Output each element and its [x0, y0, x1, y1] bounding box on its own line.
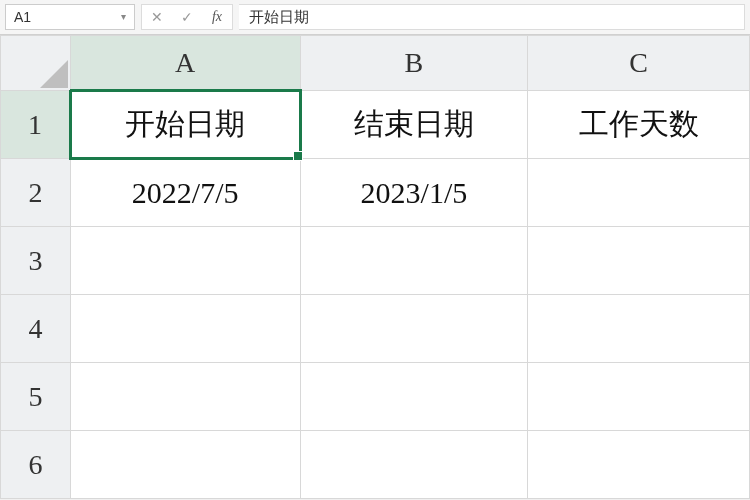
cell-B1[interactable]: 结束日期 — [300, 91, 528, 159]
cancel-button[interactable]: ✕ — [142, 5, 172, 29]
cell-content — [528, 363, 749, 430]
cell-content — [528, 431, 749, 498]
cell-content — [528, 159, 749, 226]
chevron-down-icon: ▾ — [121, 5, 126, 29]
cell-A5[interactable] — [70, 363, 300, 431]
cell-content — [301, 431, 528, 498]
cell-C3[interactable] — [528, 227, 750, 295]
column-header-C[interactable]: C — [528, 36, 750, 91]
insert-function-button[interactable]: fx — [202, 5, 232, 29]
cell-C2[interactable] — [528, 159, 750, 227]
cell-content — [71, 431, 300, 498]
formula-bar: A1 ▾ ✕ ✓ fx 开始日期 — [0, 0, 750, 35]
cell-content: 结束日期 — [302, 91, 528, 158]
cell-A1[interactable]: 开始日期 — [70, 91, 300, 159]
cell-content — [301, 363, 528, 430]
cell-content — [71, 227, 300, 294]
cell-content — [301, 227, 528, 294]
formula-buttons: ✕ ✓ fx — [141, 4, 233, 30]
cell-content: 工作天数 — [528, 91, 749, 158]
column-header-B[interactable]: B — [300, 36, 528, 91]
cell-B2[interactable]: 2023/1/5 — [300, 159, 528, 227]
row-header-2[interactable]: 2 — [1, 159, 71, 227]
row-header-5[interactable]: 5 — [1, 363, 71, 431]
row-header-1[interactable]: 1 — [1, 91, 71, 159]
cell-A3[interactable] — [70, 227, 300, 295]
row-header-3[interactable]: 3 — [1, 227, 71, 295]
cell-C1[interactable]: 工作天数 — [528, 91, 750, 159]
row-header-6[interactable]: 6 — [1, 431, 71, 499]
cell-content: 开始日期 — [72, 92, 299, 157]
cell-content — [301, 295, 528, 362]
cell-B6[interactable] — [300, 431, 528, 499]
cell-content — [71, 363, 300, 430]
name-box-value: A1 — [14, 5, 31, 29]
cell-content — [528, 227, 749, 294]
cell-B4[interactable] — [300, 295, 528, 363]
cell-C5[interactable] — [528, 363, 750, 431]
cell-C6[interactable] — [528, 431, 750, 499]
cell-A4[interactable] — [70, 295, 300, 363]
cell-content: 2023/1/5 — [301, 159, 528, 226]
cell-C4[interactable] — [528, 295, 750, 363]
spreadsheet-grid: A B C 1 开始日期 结束日期 工作天数 2 2022/7/5 2023/1… — [0, 35, 750, 499]
cell-content — [71, 295, 300, 362]
cell-content: 2022/7/5 — [71, 160, 300, 226]
confirm-button[interactable]: ✓ — [172, 5, 202, 29]
name-box[interactable]: A1 ▾ — [5, 4, 135, 30]
cell-content — [528, 295, 749, 362]
formula-input[interactable]: 开始日期 — [239, 4, 745, 30]
cell-A6[interactable] — [70, 431, 300, 499]
cell-B5[interactable] — [300, 363, 528, 431]
row-header-4[interactable]: 4 — [1, 295, 71, 363]
column-header-A[interactable]: A — [70, 36, 300, 91]
cell-B3[interactable] — [300, 227, 528, 295]
cell-A2[interactable]: 2022/7/5 — [70, 159, 300, 227]
select-all-corner[interactable] — [1, 36, 71, 91]
